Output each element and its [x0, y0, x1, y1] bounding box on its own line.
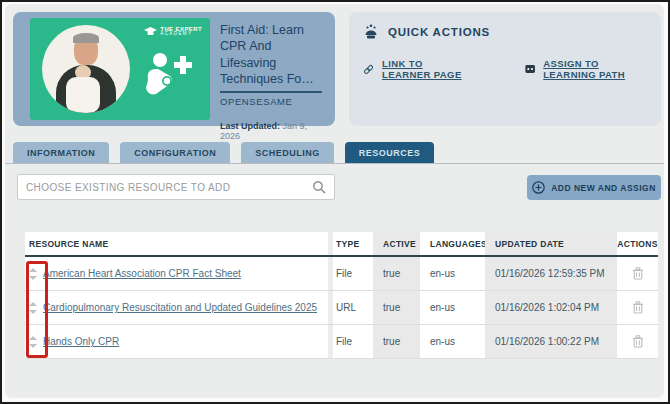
header-languages: LANGUAGES	[420, 232, 485, 257]
delete-resource-button[interactable]	[632, 301, 644, 314]
tab-configuration[interactable]: CONFIGURATION	[120, 142, 230, 163]
cell-languages: en-us	[420, 291, 485, 325]
plus-circle-icon	[532, 181, 545, 194]
trash-icon	[632, 301, 644, 314]
cell-type: File	[333, 257, 373, 291]
logo-text-line2: ACADEMY	[160, 32, 202, 37]
cell-active: true	[373, 257, 420, 291]
drag-handle-icon[interactable]	[29, 268, 37, 280]
resource-link[interactable]: Cardiopulmonary Resuscitation and Update…	[43, 302, 317, 313]
trash-icon	[632, 335, 644, 348]
resources-table: RESOURCE NAME TYPE ACTIVE LANGUAGES UPDA…	[25, 232, 658, 359]
cell-languages: en-us	[420, 257, 485, 291]
last-updated-label: Last Updated:	[220, 121, 280, 131]
table-row: American Heart Association CPR Fact Shee…	[25, 257, 658, 291]
tab-scheduling[interactable]: SCHEDULING	[241, 142, 334, 163]
link-icon	[363, 62, 374, 77]
course-title: First Aid: Learn CPR And Lifesaving Tech…	[220, 22, 322, 87]
drag-handle-icon[interactable]	[29, 336, 37, 348]
course-detail-page: THE EXPERT ACADEMY First Aid: Learn CPR …	[5, 4, 664, 398]
cell-updated-date: 01/16/2026 1:02:04 PM	[485, 291, 617, 325]
cell-type: URL	[333, 291, 373, 325]
add-new-and-assign-button[interactable]: ADD NEW AND ASSIGN	[527, 175, 661, 200]
resource-search-input[interactable]	[26, 182, 312, 193]
tab-information[interactable]: INFORMATION	[13, 142, 109, 163]
assign-to-learning-path[interactable]: ASSIGN TO LEARNING PATH	[525, 58, 647, 80]
resource-search-box	[17, 174, 335, 200]
magic-hand-icon	[363, 24, 379, 40]
quick-actions-title: QUICK ACTIONS	[388, 26, 490, 38]
app-window: THE EXPERT ACADEMY First Aid: Learn CPR …	[0, 0, 670, 404]
cell-active: true	[373, 325, 420, 359]
header-active: ACTIVE	[373, 232, 420, 257]
tab-resources[interactable]: RESOURCES	[345, 142, 435, 163]
course-thumbnail: THE EXPERT ACADEMY	[30, 18, 210, 120]
search-icon[interactable]	[312, 180, 326, 194]
assign-to-learning-path-label: ASSIGN TO LEARNING PATH	[543, 58, 647, 80]
tab-bar: INFORMATION CONFIGURATION SCHEDULING RES…	[5, 142, 664, 164]
instructor-photo	[42, 25, 130, 113]
resource-link[interactable]: American Heart Association CPR Fact Shee…	[43, 268, 241, 279]
header-resource-name: RESOURCE NAME	[25, 232, 328, 257]
header-actions: ACTIONS	[617, 232, 658, 257]
quick-actions-panel: QUICK ACTIONS LINK TO LEARNER PAGE	[349, 12, 661, 126]
link-to-learner-page[interactable]: LINK TO LEARNER PAGE	[363, 58, 473, 80]
course-summary-card: THE EXPERT ACADEMY First Aid: Learn CPR …	[13, 12, 335, 126]
trash-icon	[632, 267, 644, 280]
table-row: Cardiopulmonary Resuscitation and Update…	[25, 291, 658, 325]
delete-resource-button[interactable]	[632, 335, 644, 348]
learning-path-icon	[525, 63, 535, 75]
header-type: TYPE	[333, 232, 373, 257]
cell-languages: en-us	[420, 325, 485, 359]
last-updated: Last Updated: Jan 9, 2026	[220, 121, 328, 141]
drag-handle-icon[interactable]	[29, 302, 37, 314]
cell-type: File	[333, 325, 373, 359]
cell-active: true	[373, 291, 420, 325]
graduation-cap-icon	[144, 27, 157, 37]
title-divider	[220, 91, 322, 93]
add-new-and-assign-label: ADD NEW AND ASSIGN	[551, 183, 656, 193]
delete-resource-button[interactable]	[632, 267, 644, 280]
cpr-icon	[140, 50, 192, 98]
link-to-learner-page-label: LINK TO LEARNER PAGE	[382, 58, 473, 80]
cell-updated-date: 01/16/2026 12:59:35 PM	[485, 257, 617, 291]
course-provider: OPENSESAME	[220, 96, 328, 107]
header-updated-date: UPDATED DATE	[485, 232, 617, 257]
expert-academy-logo: THE EXPERT ACADEMY	[144, 26, 202, 37]
cell-updated-date: 01/16/2026 1:00:22 PM	[485, 325, 617, 359]
table-header-row: RESOURCE NAME TYPE ACTIVE LANGUAGES UPDA…	[25, 232, 658, 257]
resource-link[interactable]: Hands Only CPR	[43, 336, 119, 347]
table-row: Hands Only CPR File true en-us 01/16/202…	[25, 325, 658, 359]
